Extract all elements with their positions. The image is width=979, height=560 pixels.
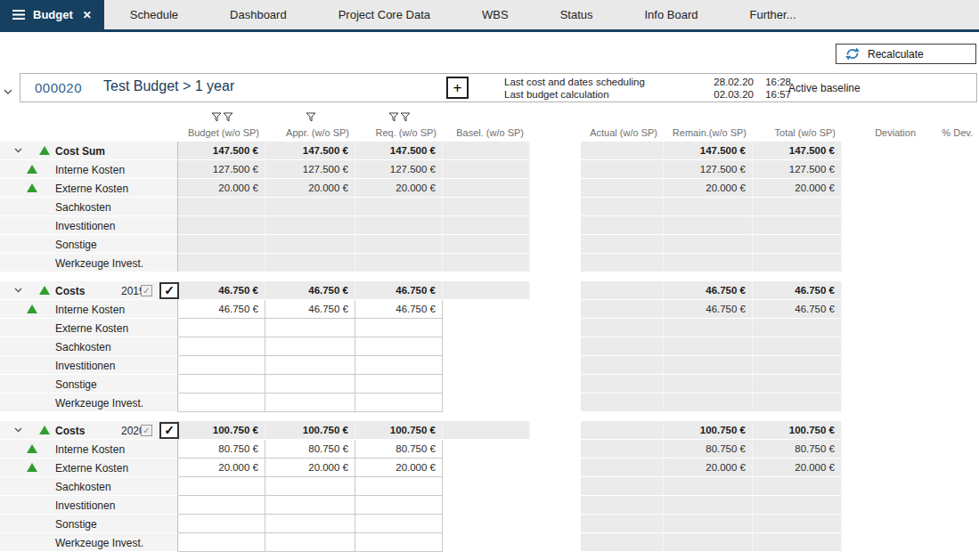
cell-appr[interactable] <box>265 515 355 533</box>
cell-appr[interactable] <box>265 477 355 496</box>
cell-gap <box>530 337 581 356</box>
cell-budget[interactable] <box>178 496 265 515</box>
cell-remain <box>664 254 753 272</box>
row-label-cell: Costs2019✓✓ <box>0 281 178 300</box>
cell-budget[interactable] <box>178 356 265 375</box>
cell-appr[interactable]: 20.000 € <box>265 459 355 477</box>
table-row: Werkzeuge Invest. <box>0 254 979 272</box>
cell-budget[interactable]: 80.750 € <box>178 440 265 459</box>
filter-icon[interactable] <box>211 112 222 122</box>
table-row: Investitionen <box>0 216 979 235</box>
cell-actual <box>581 300 664 319</box>
cell-actual <box>581 281 664 300</box>
info-label: Last cost and dates scheduling <box>504 77 698 87</box>
cell-total <box>753 216 842 235</box>
cell-remain: 80.750 € <box>664 440 753 459</box>
menu-icon[interactable] <box>12 10 25 20</box>
project-id: 000020 <box>35 80 82 95</box>
tab-budget[interactable]: Budget ✕ <box>0 0 104 29</box>
cell-basel <box>443 235 530 254</box>
cell-appr[interactable]: 80.750 € <box>265 440 355 459</box>
cell-appr[interactable] <box>265 394 355 412</box>
cell-req[interactable] <box>355 356 443 375</box>
cell-req[interactable] <box>355 496 443 515</box>
column-header-row: Budget (w/o SP)Appr. (w/o SP)Req. (w/o S… <box>0 124 979 142</box>
tab-wbs[interactable]: WBS <box>456 0 534 29</box>
cell-total <box>753 394 842 412</box>
cell-req[interactable]: 80.750 € <box>355 440 443 459</box>
cell-req[interactable] <box>355 394 443 412</box>
filter-icon[interactable] <box>223 112 233 122</box>
cell-req[interactable] <box>355 337 443 356</box>
cell-budget[interactable] <box>178 337 265 356</box>
cell-appr[interactable] <box>265 496 355 515</box>
cell-appr[interactable] <box>265 356 355 375</box>
cell-budget[interactable] <box>178 515 265 533</box>
active-checkbox[interactable]: ✓ <box>159 422 179 439</box>
filter-icon[interactable] <box>388 112 399 122</box>
cell-req[interactable] <box>355 375 443 394</box>
expand-chevron-icon[interactable] <box>14 427 22 433</box>
cell-req[interactable] <box>355 515 443 533</box>
cell-req[interactable] <box>355 533 443 552</box>
cell-budget[interactable] <box>178 375 265 394</box>
baseline-checkbox[interactable]: ✓ <box>141 425 152 436</box>
cell-budget[interactable]: 20.000 € <box>178 459 265 477</box>
expand-chevron-icon[interactable] <box>14 288 22 293</box>
expand-chevron-icon[interactable] <box>14 148 22 153</box>
cell-budget[interactable] <box>178 477 265 496</box>
cell-budget <box>178 235 265 254</box>
tab-dashboard[interactable]: Dashboard <box>204 0 313 29</box>
cell-req[interactable]: 20.000 € <box>355 459 443 477</box>
cell-appr[interactable]: 46.750 € <box>265 300 355 319</box>
filter-icon[interactable] <box>306 112 316 122</box>
tab-schedule[interactable]: Schedule <box>104 0 204 29</box>
cell-req[interactable]: 46.750 € <box>355 300 443 319</box>
cell-appr[interactable] <box>265 337 355 356</box>
row-label: Sonstige <box>55 375 97 394</box>
cell-budget[interactable] <box>178 319 265 337</box>
cell-budget[interactable] <box>178 394 265 412</box>
info-row: Last budget calculation 02.03.20 16:57 <box>504 88 791 101</box>
cell-appr: 100.750 € <box>265 421 355 440</box>
cell-appr[interactable] <box>265 319 355 337</box>
tab-project-core-data[interactable]: Project Core Data <box>313 0 456 29</box>
baseline-checkbox[interactable]: ✓ <box>141 285 152 296</box>
active-checkbox[interactable]: ✓ <box>159 282 179 299</box>
cell-budget <box>178 216 265 235</box>
cell-pdev <box>922 515 979 533</box>
cell-req[interactable] <box>355 477 443 496</box>
cell-remain: 127.500 € <box>664 160 753 179</box>
filter-icon[interactable] <box>400 112 411 122</box>
recalculate-button[interactable]: Recalculate <box>836 44 976 64</box>
cell-total: 80.750 € <box>753 440 842 459</box>
column-header-basel: Basel. (w/o SP) <box>443 124 530 142</box>
cell-appr[interactable] <box>265 533 355 552</box>
tab-further[interactable]: Further... <box>723 0 821 29</box>
cell-appr[interactable] <box>265 375 355 394</box>
row-label: Werkzeuge Invest. <box>55 533 143 552</box>
close-tab-icon[interactable]: ✕ <box>83 9 92 21</box>
add-button[interactable]: + <box>446 77 469 99</box>
cell-gap <box>530 160 581 179</box>
cell-remain <box>664 337 753 356</box>
cell-budget[interactable]: 46.750 € <box>178 300 265 319</box>
cell-remain <box>664 216 753 235</box>
tab-bar: Budget ✕ ScheduleDashboardProject Core D… <box>0 0 979 32</box>
tab-status[interactable]: Status <box>534 0 619 29</box>
cell-actual <box>581 477 664 496</box>
cell-gap <box>530 254 581 272</box>
filter-area-basel <box>443 109 530 124</box>
cell-req[interactable] <box>355 319 443 337</box>
row-label: Investitionen <box>55 356 115 375</box>
cell-basel <box>443 421 530 440</box>
cell-budget[interactable] <box>178 533 265 552</box>
row-label-cell: Cost Sum <box>0 142 178 160</box>
filter-area-deviation <box>842 109 922 124</box>
header-collapse-icon[interactable] <box>4 82 12 98</box>
cell-deviation <box>842 216 922 235</box>
row-label-cell: Externe Kosten <box>0 319 178 337</box>
cell-gap <box>530 300 581 319</box>
cell-req: 147.500 € <box>355 142 443 160</box>
tab-info-board[interactable]: Info Board <box>618 0 723 29</box>
